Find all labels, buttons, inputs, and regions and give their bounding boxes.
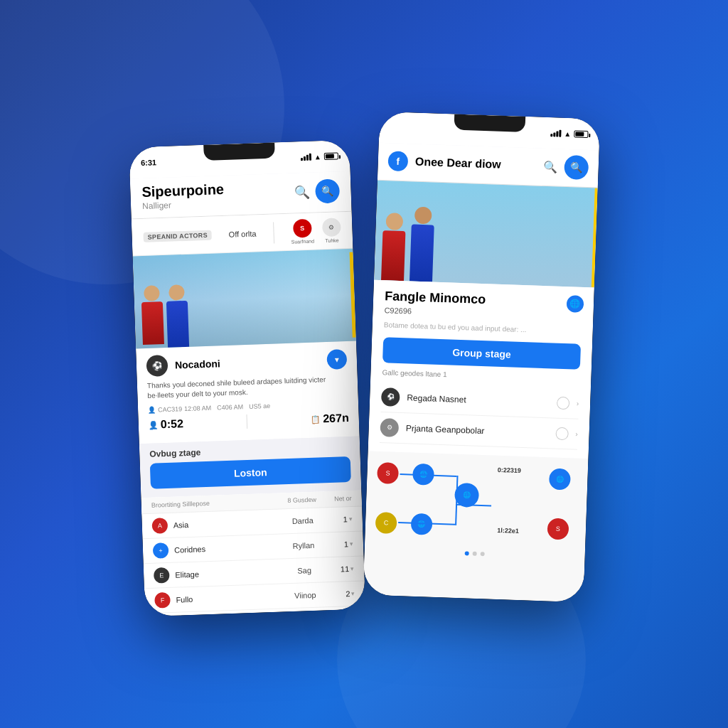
battery-fill-right [575, 132, 584, 136]
col-header-right: Net or [323, 495, 352, 503]
screen-right: ▲ f Onee Dear diow 🔍 🔍 [363, 112, 601, 602]
stat-sep [247, 414, 248, 429]
stat-num1: 👤 0:52 [149, 417, 184, 432]
row-num-4: 2 [346, 589, 350, 598]
list-radio-2[interactable] [555, 427, 569, 440]
status-icons-left: ▲ [301, 152, 338, 161]
status-icons-right: ▲ [550, 129, 588, 139]
rbar1 [550, 134, 552, 136]
group-stage-btn[interactable]: Group stage [382, 337, 581, 370]
row-right-3: 11 ▾ [326, 564, 354, 574]
dot-3 [481, 552, 485, 556]
signal-bars [301, 154, 311, 161]
dot-2 [473, 551, 477, 555]
list-icon-1: ⚽ [381, 387, 400, 407]
row-mid-1: Darda [282, 515, 324, 525]
list-item-2-text: Prjanta Geanpobolar [406, 423, 549, 438]
rbar3 [556, 131, 558, 136]
bracket-container: S 🌐 🌐 0:22319 [375, 459, 578, 551]
fb-label: f [396, 156, 400, 167]
sponsor1: S Suarfnand [291, 219, 315, 245]
sponsor2: ⚙ Tuhke [322, 218, 341, 243]
stat-big1: 0:52 [161, 417, 184, 431]
group-section-left: Ovbug ztage Loston [139, 437, 361, 498]
wifi-icon: ▲ [314, 153, 321, 161]
sponsor1-name: Suarfnand [291, 239, 315, 245]
list-item-2[interactable]: ⚙ Prjanta Geanpobolar › [380, 412, 578, 450]
person-icon: 👤 [148, 407, 156, 414]
row-mid-4: Viinop [284, 590, 326, 600]
user-name: Nocadoni [175, 354, 320, 370]
app-title: Sipeurpoine [141, 181, 224, 200]
phone-left: 6:31 ▲ Si [129, 140, 365, 616]
player2-fig [166, 284, 189, 348]
team-badge-tr: 🌐 [549, 468, 571, 490]
search-icon-right[interactable]: 🔍 [542, 159, 557, 173]
chevron-down-icon: ▾ [351, 590, 355, 597]
wifi-icon-right: ▲ [564, 129, 571, 137]
stat3-label: US5 ae [249, 402, 270, 410]
bar4 [309, 154, 311, 161]
list-radio-1[interactable] [557, 396, 570, 410]
row-avatar-3: E [154, 567, 170, 584]
user-message: Thanks youl deconed shile buleed ardapes… [147, 374, 348, 401]
stat1-label: CAC319 [158, 405, 182, 413]
row-num-2: 1 [344, 540, 349, 548]
bar2 [304, 156, 306, 161]
expand-btn[interactable]: ▾ [326, 349, 347, 370]
hero-image-right [374, 181, 598, 288]
stat-item1: 👤 CAC319 12:08 AM [148, 405, 211, 414]
chevron-down-icon: ▾ [349, 515, 353, 523]
header-icons-left: 🔍 🔍 [294, 178, 340, 204]
sponsor2-name: Tuhke [325, 237, 338, 243]
hero-image-left [133, 249, 356, 349]
list-item-1-text: Regada Nasnet [407, 392, 550, 407]
stat-num2: 📋 267n [311, 412, 349, 426]
rp2-head [414, 207, 432, 225]
row-avatar-1: A [151, 518, 168, 534]
group-label-left: Ovbug ztage [149, 442, 350, 459]
right-header-icons: 🔍 🔍 [542, 154, 589, 180]
sponsor2-logo: ⚙ [322, 218, 341, 237]
app-title-row: Sipeurpoine Nalliger 🔍 🔍 [141, 177, 340, 211]
row-name-2: Coridnes [174, 542, 282, 554]
chevron-down-icon: ▾ [350, 540, 353, 547]
sponsor-icons: S Suarfnand ⚙ Tuhke [291, 218, 341, 244]
rbar4 [559, 130, 561, 137]
right-yellow-strip [592, 188, 598, 287]
screen-left: 6:31 ▲ Si [129, 140, 365, 616]
phone-right: ▲ f Onee Dear diow 🔍 🔍 [363, 112, 601, 602]
team-badge-bl: C [375, 512, 397, 534]
row-right-4: 2 ▾ [326, 589, 355, 599]
row-name-1: Asia [173, 517, 282, 529]
rp1-head [386, 213, 404, 230]
bar1 [301, 158, 303, 161]
match-desc: Botame dotea tu bu ed you aad input dear… [384, 320, 582, 337]
col-header-name: Broortiting Silllepose [151, 497, 281, 508]
battery-icon-right [574, 130, 588, 138]
search-circle-right[interactable]: 🔍 [564, 155, 589, 180]
group-btn-left[interactable]: Loston [150, 456, 351, 489]
stat1-time: 12:08 AM [184, 405, 211, 412]
divider [273, 222, 274, 243]
sponsor1-logo: S [293, 219, 312, 238]
player2-body [166, 301, 189, 348]
stat2-label: C406 AM [217, 403, 243, 411]
app-title-group: Sipeurpoine Nalliger [141, 181, 225, 211]
players-group [141, 284, 189, 348]
rp2-body [410, 224, 434, 282]
notch-left [203, 142, 275, 160]
right-app-title: Onee Dear diow [415, 156, 537, 173]
chevron-right-icon-2: › [575, 430, 578, 438]
search-icon[interactable]: 🔍 [294, 184, 310, 200]
row-num-1: 1 [343, 515, 348, 523]
user-avatar: ⚽ [146, 355, 168, 377]
chevron-down-icon: ▾ [350, 565, 354, 572]
player1-fig [141, 285, 164, 348]
bracket-score-top: 0:22319 [498, 466, 521, 473]
battery-icon [324, 152, 338, 160]
rp1-body [381, 230, 405, 281]
search-circle-icon[interactable]: 🔍 [315, 178, 340, 203]
table-section: Broortiting Silllepose 8 Gusdew Net or A… [141, 490, 365, 616]
user-section: ⚽ Nocadoni ▾ Thanks youl deconed shile b… [136, 341, 359, 444]
